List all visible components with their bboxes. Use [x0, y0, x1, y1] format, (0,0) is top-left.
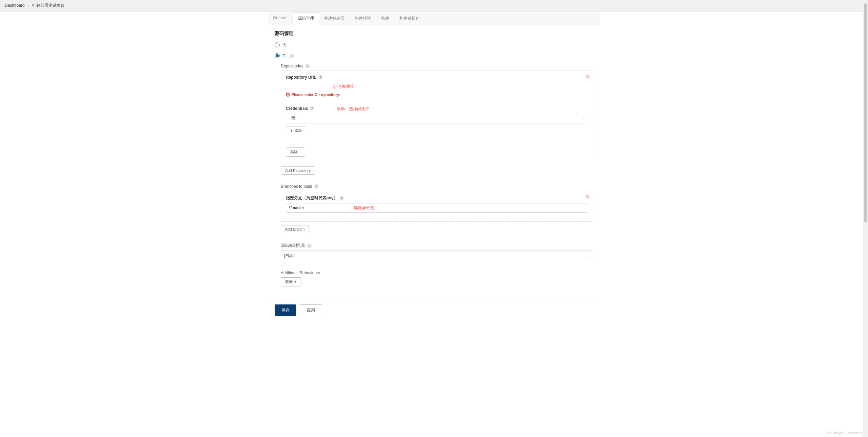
add-branch-button[interactable]: Add Branch: [281, 225, 309, 233]
tab-scm[interactable]: 源码管理: [293, 13, 319, 24]
scrollbar-thumb[interactable]: [864, 3, 867, 222]
repo-url-label: Repository URL: [286, 75, 317, 80]
chevron-down-icon: ⌵: [583, 116, 585, 120]
save-button[interactable]: 保存: [275, 304, 296, 316]
breadcrumb-item-project[interactable]: 打包部署测试项目: [32, 3, 65, 8]
behaviours-label: Additional Behaviours: [281, 271, 320, 275]
breadcrumb: Dashboard › 打包部署测试项目 ›: [0, 0, 868, 12]
add-behaviour-button[interactable]: 新增 ▼: [281, 277, 301, 286]
section-title-scm: 源码管理: [275, 31, 593, 37]
tab-triggers[interactable]: 构建触发器: [319, 13, 350, 24]
branch-spec-label: 指定分支（为空时代表any）: [286, 195, 338, 201]
breadcrumb-item-dashboard[interactable]: Dashboard: [5, 3, 25, 8]
tab-build[interactable]: 构建: [376, 13, 394, 24]
help-icon[interactable]: ?: [339, 196, 344, 201]
tab-post[interactable]: 构建后操作: [394, 13, 425, 24]
branches-label: Branches to build: [281, 184, 312, 189]
help-icon[interactable]: ?: [305, 64, 310, 68]
apply-button[interactable]: 应用: [300, 304, 322, 316]
tab-general[interactable]: General: [268, 13, 293, 24]
repo-browser-value: (自动): [284, 253, 295, 259]
radio-git[interactable]: [275, 53, 280, 58]
advanced-button[interactable]: 高级...: [286, 147, 305, 157]
repositories-label: Repositories: [281, 64, 303, 68]
branch-block: × 指定分支（为空时代表any） ? 选择git分支: [281, 191, 593, 222]
repo-browser-select[interactable]: (自动) ⌵: [281, 251, 593, 261]
help-icon[interactable]: ?: [318, 75, 323, 80]
caret-down-icon: ▼: [294, 280, 297, 283]
radio-none[interactable]: [275, 42, 280, 47]
radio-none-label[interactable]: 无: [282, 42, 287, 48]
repository-block: × Repository URL ? git仓库地址 ⊖: [281, 71, 593, 163]
radio-git-label[interactable]: Git: [282, 54, 288, 58]
add-credentials-button[interactable]: + 添加: [286, 126, 306, 135]
credentials-value: - 无 -: [289, 115, 298, 121]
plus-icon: +: [290, 128, 293, 133]
chevron-right-icon: ›: [28, 3, 29, 8]
repo-url-input[interactable]: [286, 82, 588, 91]
scrollbar-track[interactable]: [863, 0, 868, 320]
error-icon: ⊖: [286, 93, 290, 97]
close-icon[interactable]: ×: [585, 194, 590, 199]
credentials-label: Credentials: [286, 106, 308, 111]
credentials-select[interactable]: - 无 - ⌵: [286, 113, 588, 123]
help-icon[interactable]: ?: [310, 106, 314, 111]
chevron-right-icon: ›: [68, 3, 70, 8]
repo-browser-label: 源码库浏览器: [281, 243, 305, 249]
config-tabs: General 源码管理 构建触发器 构建环境 构建 构建后操作: [268, 13, 600, 24]
chevron-down-icon: ⌵: [588, 254, 590, 258]
help-icon[interactable]: ?: [289, 54, 294, 58]
repo-url-error: Please enter Git repository.: [292, 93, 340, 97]
add-repository-button[interactable]: Add Repository: [281, 166, 315, 175]
help-icon[interactable]: ?: [307, 243, 312, 248]
branch-input[interactable]: [286, 203, 588, 213]
help-icon[interactable]: ?: [314, 184, 319, 189]
tab-env[interactable]: 构建环境: [350, 13, 376, 24]
footer-actions: 保存 应用: [268, 300, 600, 320]
